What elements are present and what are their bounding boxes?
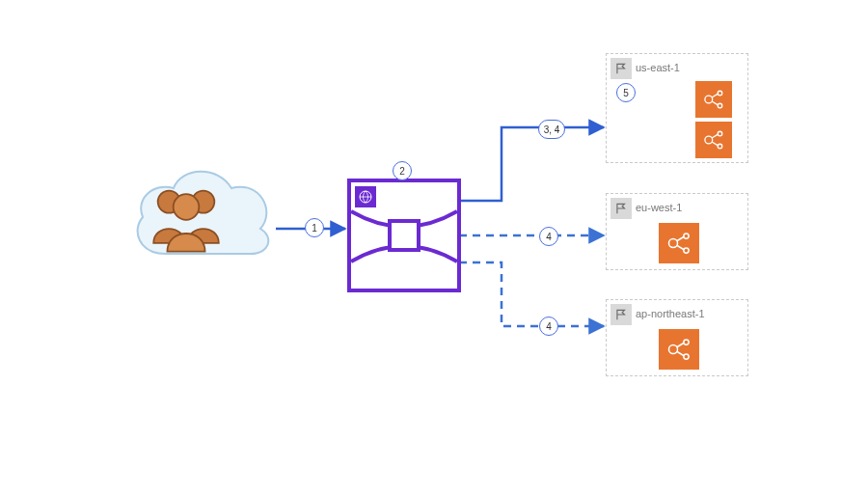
region-label: ap-northeast-1 — [636, 308, 705, 319]
svg-point-10 — [718, 144, 722, 149]
arrow-cloudfront-to-region1 — [459, 127, 604, 201]
load-balancer-icon — [695, 122, 732, 158]
step-badge-1: 1 — [305, 218, 324, 237]
svg-point-5 — [705, 96, 713, 103]
svg-point-14 — [669, 345, 678, 354]
svg-point-13 — [684, 248, 689, 253]
step-badge-5: 5 — [616, 83, 636, 102]
region-box-us-east-1: us-east-1 — [606, 53, 748, 163]
svg-point-11 — [669, 239, 678, 248]
load-balancer-icon — [695, 81, 732, 118]
load-balancer-icon — [659, 223, 699, 263]
svg-point-7 — [718, 103, 722, 108]
region-box-eu-west-1: eu-west-1 — [606, 193, 748, 270]
architecture-diagram: us-east-1 eu-west-1 — [0, 0, 868, 496]
step-badge-3-4: 3, 4 — [538, 120, 565, 139]
region-label: us-east-1 — [636, 62, 680, 73]
svg-point-2 — [174, 194, 200, 220]
region-label: eu-west-1 — [636, 202, 682, 213]
svg-point-6 — [718, 91, 722, 96]
load-balancer-icon — [659, 329, 699, 370]
cloudfront-globe-icon — [355, 186, 376, 207]
arrow-cloudfront-to-region3 — [459, 262, 604, 326]
svg-point-12 — [684, 234, 689, 238]
step-badge-2: 2 — [393, 161, 412, 180]
svg-point-16 — [684, 354, 689, 359]
step-badge-4: 4 — [539, 227, 558, 246]
region-flag-icon — [610, 58, 632, 79]
users-icon — [143, 179, 230, 257]
step-badge-4: 4 — [539, 317, 558, 336]
svg-point-8 — [705, 136, 713, 144]
region-box-ap-northeast-1: ap-northeast-1 — [606, 299, 748, 376]
region-flag-icon — [610, 198, 632, 219]
svg-point-9 — [718, 131, 722, 136]
region-flag-icon — [610, 304, 632, 325]
svg-rect-3 — [390, 221, 419, 250]
svg-point-15 — [684, 340, 689, 344]
